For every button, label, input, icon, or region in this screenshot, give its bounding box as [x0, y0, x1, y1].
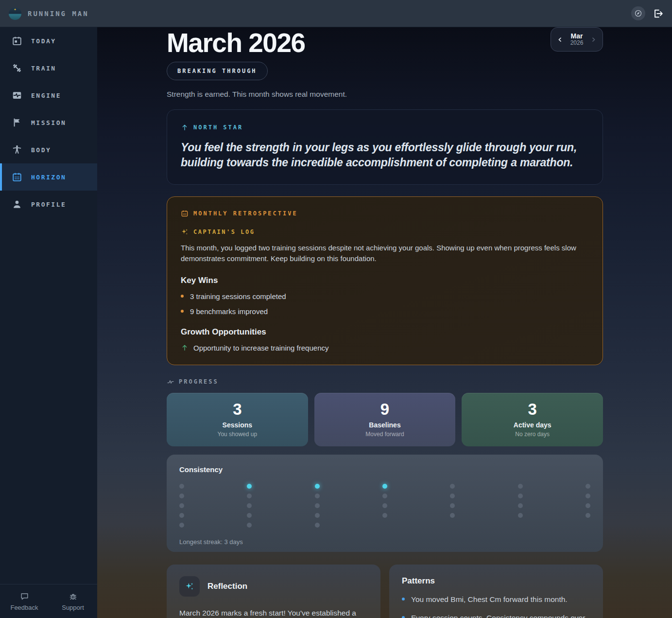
sparkles-icon — [179, 576, 200, 597]
bullet-dot — [402, 616, 405, 618]
sidebar-item-label: TODAY — [31, 37, 56, 45]
sidebar-item-train[interactable]: TRAIN — [0, 54, 97, 82]
retrospective-header: MONTHLY RETROSPECTIVE — [181, 210, 589, 217]
prev-month-button[interactable] — [555, 35, 565, 44]
bug-icon — [69, 592, 78, 601]
north-star-label: NORTH STAR — [193, 124, 243, 131]
stat-value: 3 — [233, 401, 241, 417]
consistency-card: Consistency Longest streak: 3 days — [167, 455, 603, 552]
consistency-day-dot — [518, 484, 523, 489]
stat-label: Sessions — [223, 421, 252, 429]
logout-icon — [653, 8, 663, 19]
sidebar-item-horizon[interactable]: HORIZON — [0, 163, 97, 191]
growth-text: Opportunity to increase training frequen… — [193, 344, 329, 352]
consistency-day-dot — [518, 494, 523, 498]
support-button[interactable]: Support — [49, 584, 97, 618]
sidebar-item-mission[interactable]: MISSION — [0, 109, 97, 136]
retrospective-card: MONTHLY RETROSPECTIVE CAPTAIN'S LOG This… — [167, 196, 603, 365]
bullet-dot — [181, 310, 184, 313]
captains-log-text: This month, you logged two training sess… — [181, 243, 589, 264]
consistency-day-dot — [247, 523, 252, 528]
consistency-day-dot — [518, 503, 523, 508]
stat-card-baselines: 9BaselinesMoved forward — [314, 393, 456, 446]
sidebar-item-body[interactable]: BODY — [0, 136, 97, 163]
captains-log-label: CAPTAIN'S LOG — [193, 229, 255, 235]
sidebar-item-label: HORIZON — [31, 174, 66, 181]
month-nav-label: Mar 2026 — [570, 32, 584, 47]
month-subtitle: Strength is earned. This month shows rea… — [167, 90, 603, 99]
north-star-header: NORTH STAR — [181, 124, 589, 131]
consistency-day-dot — [247, 494, 252, 498]
pattern-item: Every session counts. Consistency compou… — [402, 613, 590, 618]
sidebar-item-engine[interactable]: ENGINE — [0, 82, 97, 109]
key-win-text: 3 training sessions completed — [190, 292, 286, 300]
consistency-day-dot — [247, 484, 252, 489]
consistency-day-dot — [450, 513, 455, 518]
reflection-card: Reflection March 2026 marks a fresh star… — [167, 565, 380, 618]
consistency-week-column — [179, 484, 184, 528]
consistency-day-dot — [586, 494, 590, 498]
consistency-week-column — [518, 484, 523, 528]
stat-sublabel: You showed up — [218, 431, 258, 438]
next-month-button[interactable] — [589, 35, 598, 44]
month-nav-month: Mar — [570, 32, 584, 40]
bottom-cards-row: Reflection March 2026 marks a fresh star… — [167, 565, 603, 618]
support-label: Support — [62, 604, 84, 611]
stat-card-active-days: 3Active daysNo zero days — [462, 393, 603, 446]
consistency-day-dot — [382, 494, 387, 498]
stat-card-sessions: 3SessionsYou showed up — [167, 393, 308, 446]
growth-item: Opportunity to increase training frequen… — [181, 344, 589, 352]
north-star-text: You feel the strength in your legs as yo… — [181, 140, 589, 171]
dumbbell-icon — [12, 63, 22, 73]
app-logo — [9, 7, 21, 20]
consistency-week-column — [586, 484, 590, 528]
consistency-day-dot — [179, 513, 184, 518]
pattern-item: You moved Bmi, Chest Cm forward this mon… — [402, 594, 590, 605]
reflection-title: Reflection — [207, 582, 247, 591]
calendar-icon — [181, 210, 189, 217]
sidebar-item-label: MISSION — [31, 119, 66, 126]
user-icon — [12, 199, 22, 210]
arrow-up-icon — [181, 344, 189, 352]
compass-icon — [634, 9, 642, 18]
reflection-text: March 2026 marks a fresh start! You've e… — [179, 607, 368, 618]
header-actions — [631, 6, 663, 20]
north-star-card: NORTH STAR You feel the strength in your… — [167, 109, 603, 185]
feedback-button[interactable]: Feedback — [0, 584, 49, 618]
consistency-day-dot — [315, 523, 320, 528]
consistency-week-column — [315, 484, 320, 528]
trending-icon — [167, 378, 174, 386]
consistency-week-column — [450, 484, 455, 528]
chat-icon — [20, 592, 29, 601]
streak-text: Longest streak: 3 days — [179, 538, 590, 546]
page-title: March 2026 — [167, 29, 603, 57]
patterns-list: You moved Bmi, Chest Cm forward this mon… — [402, 594, 590, 618]
sidebar-item-profile[interactable]: PROFILE — [0, 191, 97, 218]
sidebar-item-today[interactable]: TODAY — [0, 27, 97, 54]
main-content: March 2026 Mar 2026 BREAKING THROUGH Str… — [97, 27, 672, 618]
stat-sublabel: No zero days — [515, 431, 550, 438]
consistency-day-dot — [382, 513, 387, 518]
consistency-day-dot — [586, 484, 590, 489]
key-win-item: 3 training sessions completed — [181, 292, 589, 300]
consistency-day-dot — [315, 484, 320, 489]
stat-value: 3 — [528, 401, 537, 417]
captains-log-header: CAPTAIN'S LOG — [181, 228, 589, 236]
logout-button[interactable] — [653, 8, 663, 19]
retrospective-label: MONTHLY RETROSPECTIVE — [193, 210, 298, 217]
patterns-card: Patterns You moved Bmi, Chest Cm forward… — [389, 565, 603, 618]
body-icon — [12, 144, 22, 155]
sidebar: TODAYTRAINENGINEMISSIONBODYHORIZONPROFIL… — [0, 27, 97, 618]
key-wins-list: 3 training sessions completed9 benchmark… — [181, 292, 589, 316]
consistency-day-dot — [518, 513, 523, 518]
consistency-day-dot — [450, 484, 455, 489]
stat-sublabel: Moved forward — [365, 431, 404, 438]
pattern-text: You moved Bmi, Chest Cm forward this mon… — [411, 594, 568, 605]
consistency-day-dot — [586, 503, 590, 508]
key-wins-title: Key Wins — [181, 276, 589, 285]
phase-badge: BREAKING THROUGH — [167, 62, 268, 80]
consistency-day-dot — [315, 503, 320, 508]
compass-button[interactable] — [631, 6, 645, 20]
consistency-day-dot — [315, 513, 320, 518]
patterns-title: Patterns — [402, 576, 590, 586]
